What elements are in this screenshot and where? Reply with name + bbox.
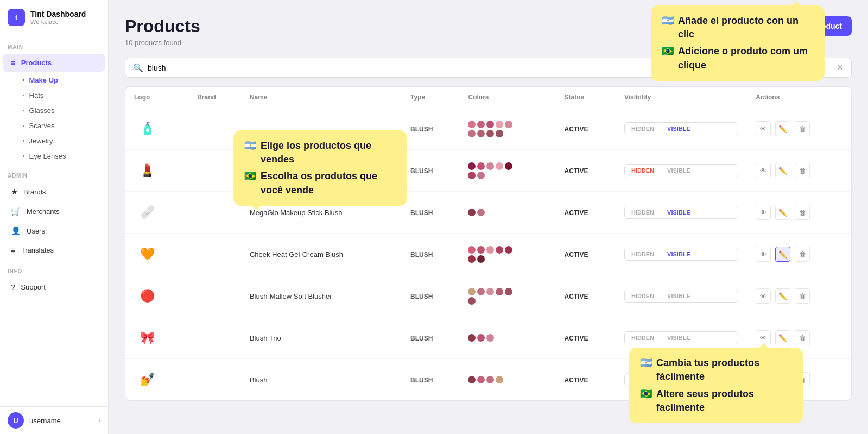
view-icon-button[interactable]: 👁 xyxy=(756,247,771,262)
sidebar-item-label: Translates xyxy=(21,246,54,254)
cell-logo: 🎀 xyxy=(125,317,188,359)
admin-section-label: ADMIN xyxy=(0,164,108,182)
list-icon: ≡ xyxy=(11,58,16,67)
type-badge: BLUSH xyxy=(410,293,433,300)
sidebar: t Tint Dashboard Workplace MAIN ≡ Produc… xyxy=(0,0,109,434)
visibility-toggle: HIDDEN VISIBLE xyxy=(624,206,738,219)
edit-icon-button[interactable]: ✏️ xyxy=(775,288,790,304)
cell-brand xyxy=(188,234,241,275)
delete-icon-button[interactable]: 🗑 xyxy=(795,121,810,136)
sidebar-sub-item-jewelry[interactable]: Jewelry xyxy=(18,134,105,148)
tooltip-flag-ar: 🇦🇷 xyxy=(244,139,256,153)
sidebar-item-label: Users xyxy=(27,227,45,235)
edit-icon-button[interactable]: ✏️ xyxy=(775,163,790,178)
status-badge: ACTIVE xyxy=(565,167,588,175)
hidden-button[interactable]: HIDDEN xyxy=(625,206,661,218)
sidebar-item-brands[interactable]: ★ Brands xyxy=(3,183,105,201)
color-dot xyxy=(505,121,512,128)
edit-icon-button[interactable]: ✏️ xyxy=(775,247,790,262)
color-dot xyxy=(477,172,485,179)
visible-button[interactable]: VISIBLE xyxy=(661,248,697,260)
delete-icon-button[interactable]: 🗑 xyxy=(795,163,810,178)
user-profile[interactable]: U username › xyxy=(0,406,108,434)
sub-item-label: Jewelry xyxy=(29,137,53,145)
tooltip-text-br: Altere seus produtos facilmente xyxy=(656,387,792,414)
visible-button[interactable]: VISIBLE xyxy=(661,290,697,302)
color-dots xyxy=(468,334,517,342)
col-colors: Colors xyxy=(459,87,555,108)
logo-icon: t xyxy=(8,9,25,26)
status-badge: ACTIVE xyxy=(565,209,588,217)
hidden-button[interactable]: HIDDEN xyxy=(625,248,661,260)
cell-logo: 💅 xyxy=(125,359,188,401)
visible-button[interactable]: VISIBLE xyxy=(661,206,697,218)
sidebar-sub-item-hats[interactable]: Hats xyxy=(18,88,105,103)
color-dot xyxy=(496,162,503,170)
delete-icon-button[interactable]: 🗑 xyxy=(795,205,810,220)
color-dot xyxy=(477,255,485,263)
edit-icon-button[interactable]: ✏️ xyxy=(775,121,790,136)
hidden-button[interactable]: HIDDEN xyxy=(625,332,661,344)
color-dot xyxy=(477,130,485,137)
view-icon-button[interactable]: 👁 xyxy=(756,205,771,220)
table-row: 🔴Blush-Mallow Soft BlusherBLUSHACTIVE HI… xyxy=(125,275,851,317)
visible-button[interactable]: VISIBLE xyxy=(661,123,697,135)
cell-brand xyxy=(188,317,241,359)
sidebar-sub-item-glasses[interactable]: Glasses xyxy=(18,103,105,118)
color-dot xyxy=(486,121,494,128)
color-dot xyxy=(477,288,485,295)
cell-type: BLUSH xyxy=(402,275,459,317)
color-dot xyxy=(496,121,503,128)
color-dot xyxy=(468,297,476,305)
sub-item-label: Glasses xyxy=(29,106,55,115)
tooltip-text-ar: Cambia tus productos fácilmente xyxy=(656,356,792,383)
sidebar-sub-item-eyelenses[interactable]: Eye Lenses xyxy=(18,149,105,163)
view-icon-button[interactable]: 👁 xyxy=(756,288,771,304)
product-logo: 🧡 xyxy=(134,238,160,271)
close-icon[interactable]: ✕ xyxy=(837,62,844,73)
delete-icon-button[interactable]: 🗑 xyxy=(795,247,810,262)
cell-type: BLUSH xyxy=(402,150,459,192)
view-icon-button[interactable]: 👁 xyxy=(756,163,771,178)
view-icon-button[interactable]: 👁 xyxy=(756,121,771,136)
sub-item-label: Eye Lenses xyxy=(29,152,66,160)
user-icon: 👤 xyxy=(11,226,21,236)
sidebar-item-users[interactable]: 👤 Users xyxy=(3,222,105,240)
app-workspace: Workplace xyxy=(30,18,86,25)
hidden-button[interactable]: HIDDEN xyxy=(625,123,661,135)
sidebar-item-support[interactable]: ? Support xyxy=(3,278,105,296)
cart-icon: 🛒 xyxy=(11,206,21,216)
sidebar-sub-item-scarves[interactable]: Scarves xyxy=(18,118,105,133)
status-badge: ACTIVE xyxy=(565,335,588,342)
color-dot xyxy=(486,130,494,137)
cell-actions: 👁 ✏️ 🗑 xyxy=(747,234,851,275)
tooltip-text-br: Escolha os produtos que você vende xyxy=(261,169,396,197)
cell-brand xyxy=(188,359,241,401)
color-dot xyxy=(496,130,503,137)
hidden-button[interactable]: HIDDEN xyxy=(625,165,661,177)
product-logo: 🩹 xyxy=(134,196,160,229)
visible-button[interactable]: VISIBLE xyxy=(661,165,697,177)
page-subtitle: 10 products found xyxy=(125,39,200,47)
sidebar-item-label: Products xyxy=(21,59,52,67)
delete-icon-button[interactable]: 🗑 xyxy=(795,330,810,345)
edit-icon-button[interactable]: ✏️ xyxy=(775,330,790,345)
color-dot xyxy=(468,172,476,179)
app-name: Tint Dashboard xyxy=(30,10,86,18)
visibility-toggle: HIDDEN VISIBLE xyxy=(624,248,738,261)
sidebar-item-merchants[interactable]: 🛒 Merchants xyxy=(3,202,105,221)
main-content: Products 10 products found + Add Product… xyxy=(109,0,868,434)
hidden-button[interactable]: HIDDEN xyxy=(625,290,661,302)
action-icons: 👁 ✏️ 🗑 xyxy=(756,247,842,262)
color-dot xyxy=(468,334,476,342)
sidebar-item-translates[interactable]: ≡ Translates xyxy=(3,241,105,259)
sidebar-item-products[interactable]: ≡ Products xyxy=(3,54,105,72)
edit-icon-button[interactable]: ✏️ xyxy=(775,205,790,220)
color-dot xyxy=(468,376,476,383)
color-dot xyxy=(477,162,485,170)
cell-logo: 🔴 xyxy=(125,275,188,317)
app-logo[interactable]: t Tint Dashboard Workplace xyxy=(0,0,108,35)
visible-button[interactable]: VISIBLE xyxy=(661,332,697,344)
delete-icon-button[interactable]: 🗑 xyxy=(795,288,810,304)
sidebar-sub-item-makeup[interactable]: Make Up xyxy=(18,73,105,87)
